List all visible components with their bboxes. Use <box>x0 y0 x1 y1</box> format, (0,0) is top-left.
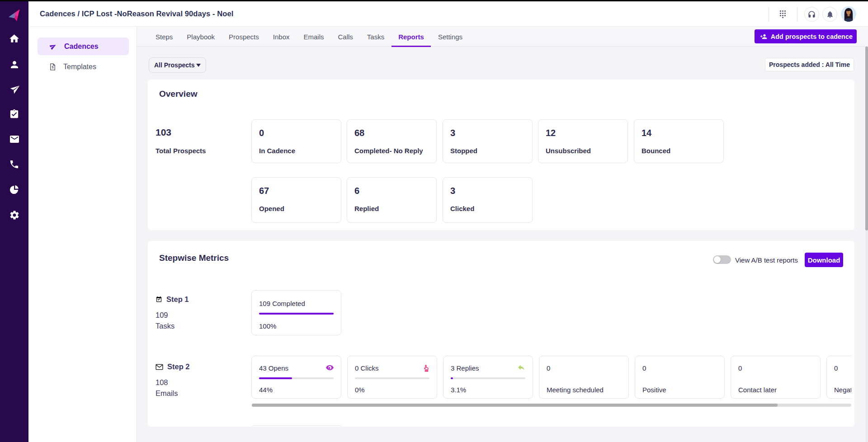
sidebar-item-cadences[interactable] <box>9 84 20 95</box>
tab-inbox[interactable]: Inbox <box>266 27 297 47</box>
stat-card-opened: 67 Opened <box>251 177 341 223</box>
sidebar-item-reports[interactable] <box>9 184 20 195</box>
metric-card-positive: 0 Positive <box>635 356 725 399</box>
add-prospects-button[interactable]: Add prospects to cadence <box>755 29 857 43</box>
metric-label: Positive <box>642 386 666 394</box>
tab-settings[interactable]: Settings <box>431 27 469 47</box>
tab-playbook[interactable]: Playbook <box>180 27 222 47</box>
stat-label: Replied <box>354 205 429 212</box>
dialpad-button[interactable] <box>779 10 786 18</box>
sidebar-item-cadences[interactable]: Cadences <box>38 38 129 55</box>
prospects-added-label: Prospects added : All Time <box>769 61 850 68</box>
tab-prospects[interactable]: Prospects <box>222 27 266 47</box>
stat-value: 68 <box>354 128 429 138</box>
prospect-filter-dropdown[interactable]: All Prospects <box>149 57 206 73</box>
app-logo[interactable] <box>7 8 22 22</box>
metric-percent: 3.1% <box>451 386 466 394</box>
vertical-scrollbar-thumb[interactable] <box>865 47 868 230</box>
paper-plane-logo-icon <box>8 9 21 21</box>
tab-emails[interactable]: Emails <box>297 27 330 47</box>
pie-chart-icon <box>9 184 19 195</box>
metric-card-step1-completed: 109 Completed 100% <box>251 290 341 335</box>
person-add-icon <box>760 33 767 40</box>
total-prospects-label: Total Prospects <box>156 147 206 155</box>
horizontal-scrollbar-thumb[interactable] <box>252 404 778 407</box>
step-unit: Tasks <box>156 322 189 330</box>
overview-section: Overview 103 Total Prospects 0 In Cadenc… <box>148 80 854 230</box>
progress-track <box>259 377 334 379</box>
chevron-down-icon <box>196 64 201 67</box>
reply-icon <box>517 364 525 371</box>
sidebar-item-prospects[interactable] <box>9 59 20 70</box>
metric-percent: 100% <box>259 322 276 330</box>
cadence-tab-bar: Steps Playbook Prospects Inbox Emails Ca… <box>137 27 868 47</box>
metric-percent: 0% <box>355 386 365 394</box>
sidebar-item-calls[interactable] <box>9 159 20 170</box>
mail-icon <box>9 134 20 145</box>
stat-label: Unsubscribed <box>546 147 620 155</box>
metric-label: Negative <box>834 386 851 394</box>
metric-title: 0 <box>642 364 646 372</box>
headset-icon <box>807 10 816 19</box>
metric-label: Meeting scheduled <box>547 386 604 394</box>
stat-card-stopped: 3 Stopped <box>443 119 533 163</box>
paper-plane-icon <box>9 84 20 95</box>
metric-percent: 44% <box>259 386 273 394</box>
tab-steps[interactable]: Steps <box>149 27 179 47</box>
prospects-added-filter[interactable]: Prospects added : All Time <box>765 58 854 71</box>
metric-title: 3 Replies <box>451 364 479 372</box>
metric-card-contact-later: 0 Contact later <box>731 356 821 399</box>
tab-reports[interactable]: Reports <box>392 27 431 47</box>
metric-title: 0 <box>547 364 550 372</box>
dialpad-icon <box>779 10 786 18</box>
download-button[interactable]: Download <box>805 253 843 267</box>
gear-icon <box>9 210 20 221</box>
stat-label: In Cadence <box>259 147 334 155</box>
click-icon <box>423 364 429 372</box>
metric-title: 0 <box>738 364 742 372</box>
progress-fill <box>259 377 292 379</box>
metric-card-meeting-scheduled: 0 Meeting scheduled <box>539 356 629 399</box>
person-icon <box>9 59 20 70</box>
secondary-sidebar: Cadences Templates <box>28 27 137 442</box>
metric-label: Contact later <box>738 386 777 394</box>
metric-card-replies: 3 Replies 3.1% <box>443 356 533 399</box>
app-sidebar <box>0 1 28 442</box>
sidebar-item-settings[interactable] <box>9 209 20 221</box>
header-divider <box>797 7 797 22</box>
stat-label: Bounced <box>642 147 716 155</box>
step-name-text: Step 1 <box>166 295 189 304</box>
total-prospects-stat: 103 Total Prospects <box>156 127 206 155</box>
stat-card-bounced: 14 Bounced <box>634 119 724 163</box>
stat-value: 3 <box>450 186 525 196</box>
tab-tasks[interactable]: Tasks <box>360 27 391 47</box>
tab-calls[interactable]: Calls <box>331 27 360 47</box>
sidebar-item-home[interactable] <box>9 33 20 44</box>
metric-card-negative: 0 Negative <box>826 356 851 399</box>
horizontal-scrollbar[interactable] <box>252 404 851 407</box>
metric-card-opens: 43 Opens 44% <box>251 356 341 399</box>
notifications-button[interactable] <box>822 7 837 22</box>
sidebar-item-label: Templates <box>63 63 96 71</box>
user-avatar[interactable] <box>841 6 856 22</box>
stepwise-metrics-section: Stepwise Metrics View A/B test reports D… <box>148 241 854 427</box>
phone-icon <box>9 159 19 169</box>
progress-track <box>451 377 525 379</box>
sidebar-item-templates[interactable]: Templates <box>38 58 129 75</box>
bell-icon <box>826 10 834 19</box>
eye-icon <box>326 365 334 371</box>
clipboard-check-icon <box>9 109 19 119</box>
sidebar-item-mail[interactable] <box>9 133 20 145</box>
sidebar-item-tasks[interactable] <box>9 108 20 120</box>
avatar-photo <box>841 6 856 22</box>
ab-test-toggle[interactable] <box>713 255 731 264</box>
stat-value: 6 <box>354 186 429 196</box>
envelope-icon <box>156 364 163 370</box>
step-2-name: Step 2 <box>156 362 190 371</box>
metric-card-clicks: 0 Clicks 0% <box>347 356 437 399</box>
calendar-check-icon <box>156 296 162 303</box>
document-icon <box>50 63 56 71</box>
stat-label: Completed- No Reply <box>354 147 429 155</box>
stat-value: 12 <box>546 128 620 138</box>
support-button[interactable] <box>804 7 819 22</box>
